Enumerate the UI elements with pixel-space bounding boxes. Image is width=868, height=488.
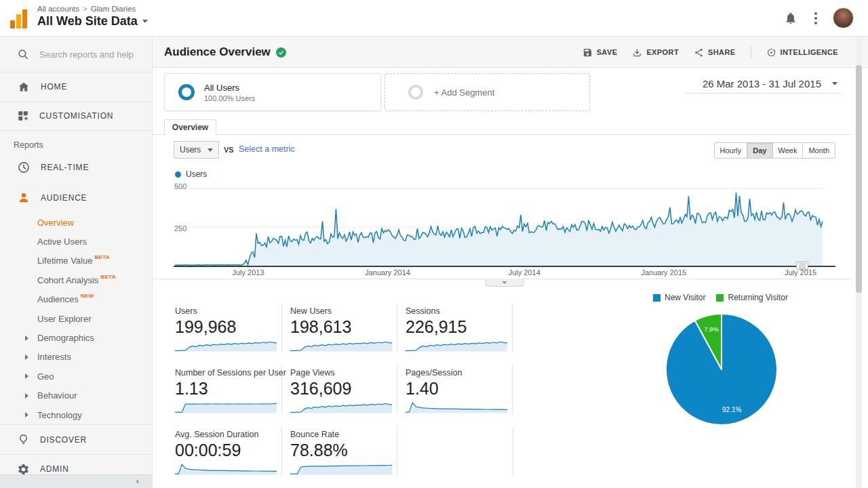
export-button[interactable]: EXPORT [632, 47, 679, 58]
scorecard-pages-session[interactable]: Pages/Session1.40 [397, 365, 513, 414]
series-dot-icon [175, 171, 181, 178]
scorecard-sparkline [175, 462, 277, 475]
scorecard-bounce-rate[interactable]: Bounce Rate78.88% [282, 426, 397, 476]
segment-name: All Users [204, 83, 255, 93]
sidebar-item-real-time[interactable]: REAL-TIME [0, 154, 152, 181]
scorecard-avg-session-duration[interactable]: Avg. Session Duration00:00:59 [175, 426, 282, 476]
expand-arrow-icon [25, 336, 28, 341]
granularity-day[interactable]: Day [747, 142, 772, 159]
users-timeseries-chart[interactable] [174, 182, 835, 267]
scorecard-page-views[interactable]: Page Views316,609 [282, 365, 397, 414]
report-toolbar: SAVE EXPORT SHARE INTELLIGENCE [583, 37, 838, 68]
granularity-hourly[interactable]: Hourly [714, 142, 748, 159]
top-bar: All accounts>Glam Diaries All Web Site D… [0, 0, 868, 37]
scorecard-label: Avg. Session Duration [175, 426, 281, 440]
intelligence-icon [766, 47, 776, 58]
sidebar-item-interests[interactable]: Interests [0, 348, 152, 367]
series-label: Users [186, 169, 207, 179]
scorecard-value: 78.88% [290, 440, 397, 460]
scorecard-value: 00:00:59 [175, 440, 281, 460]
breadcrumb-all-accounts[interactable]: All accounts [37, 5, 79, 13]
vs-label: VS [224, 146, 234, 154]
sidebar-item-cohort-analysis[interactable]: Cohort AnalysisBETA [0, 270, 152, 289]
view-selector[interactable]: All Web Site Data [37, 14, 148, 28]
sidebar-item-user-explorer[interactable]: User Explorer [0, 309, 152, 328]
y-axis-label: 500 [174, 182, 189, 190]
tab-label: Overview [172, 123, 208, 132]
sidebar-item-label: User Explorer [37, 314, 91, 324]
date-range-selector[interactable]: 26 Mar 2013 - 31 Jul 2015 [684, 75, 842, 94]
breadcrumb-property[interactable]: Glam Diaries [91, 5, 136, 13]
scorecard-label: Users [175, 303, 281, 317]
save-button[interactable]: SAVE [583, 47, 618, 58]
share-button[interactable]: SHARE [694, 47, 736, 58]
sidebar-item-discover[interactable]: DISCOVER [0, 424, 152, 454]
kebab-menu-icon[interactable] [814, 12, 817, 26]
scorecard-row-1: Users199,968New Users198,613Sessions226,… [175, 303, 513, 352]
scorecard-new-users[interactable]: New Users198,613 [282, 303, 397, 352]
sidebar-item-geo[interactable]: Geo [0, 367, 152, 386]
metric-selector-dropdown[interactable]: Users [174, 141, 219, 159]
sidebar-item-technology[interactable]: Technology [0, 405, 152, 424]
save-icon [583, 47, 593, 58]
scorecard-users[interactable]: Users199,968 [175, 303, 282, 352]
scrollbar-thumb[interactable] [856, 65, 862, 293]
sidebar-item-label: Active Users [37, 237, 87, 247]
sidebar-item-label: REAL-TIME [41, 163, 89, 172]
add-segment-label: + Add Segment [434, 87, 494, 98]
search-input[interactable] [39, 49, 141, 60]
sidebar-item-behaviour[interactable]: Behaviour [0, 386, 152, 405]
scorecard-row-2: Number of Sessions per User1.13Page View… [175, 365, 513, 414]
legend-swatch-icon [653, 294, 660, 302]
sidebar-item-label: Demographics [37, 333, 94, 343]
scorecard-value: 226,915 [406, 317, 512, 337]
chart-collapse-tab[interactable] [486, 279, 524, 287]
scorecard-label: New Users [290, 303, 397, 317]
granularity-week[interactable]: Week [772, 142, 804, 159]
expand-arrow-icon [25, 412, 28, 418]
user-avatar[interactable] [833, 7, 854, 28]
sidebar-collapse-bar[interactable]: ‹ [0, 474, 153, 488]
sidebar-item-customisation[interactable]: CUSTOMISATION [0, 102, 152, 131]
sidebar-item-audiences[interactable]: AudiencesNEW [0, 290, 152, 309]
sidebar-item-label: Lifetime Value [37, 256, 92, 266]
granularity-month[interactable]: Month [802, 142, 835, 159]
notifications-bell-icon[interactable] [784, 12, 797, 28]
scorecard-sparkline [290, 338, 392, 352]
sidebar-item-active-users[interactable]: Active Users [0, 232, 152, 251]
verified-shield-icon [276, 47, 286, 58]
analytics-logo-icon[interactable] [10, 8, 27, 28]
chevron-down-icon [142, 20, 148, 23]
x-axis-label: January 2014 [365, 268, 410, 277]
segment-all-users[interactable]: All Users 100.00% Users [164, 73, 381, 111]
legend-returning-visitor: Returning Visitor [716, 293, 788, 302]
visitor-type-pie-chart[interactable]: 92.1%7.9% [664, 312, 779, 427]
scorecard-sparkline [175, 400, 277, 413]
sidebar-item-overview[interactable]: Overview [0, 213, 152, 232]
scorecard-sparkline [290, 462, 392, 475]
intelligence-button[interactable]: INTELLIGENCE [766, 47, 838, 58]
sidebar-item-label: HOME [41, 82, 67, 92]
view-title: All Web Site Data [37, 14, 138, 28]
sidebar-item-audience[interactable]: AUDIENCE [0, 184, 152, 211]
share-label: SHARE [708, 48, 736, 56]
legend-label: Returning Visitor [728, 293, 788, 302]
logo-bar [22, 9, 27, 28]
sidebar-item-demographics[interactable]: Demographics [0, 328, 152, 347]
x-axis-label: January 2015 [641, 268, 686, 277]
expand-arrow-icon [25, 354, 28, 360]
report-header-band: Audience Overview SAVE EXPORT SHARE INTE… [153, 37, 868, 68]
select-metric-link[interactable]: Select a metric [239, 144, 295, 154]
scorecard-number-of-sessions-per-user[interactable]: Number of Sessions per User1.13 [175, 365, 282, 414]
home-icon [17, 80, 31, 94]
sidebar-item-label: AUDIENCE [41, 193, 87, 203]
export-label: EXPORT [646, 48, 679, 56]
tab-overview[interactable]: Overview [164, 119, 216, 135]
add-segment-button[interactable]: + Add Segment [384, 73, 590, 111]
timeline-slider-handle[interactable] [796, 262, 808, 270]
sidebar-item-lifetime-value[interactable]: Lifetime ValueBETA [0, 251, 152, 270]
sidebar-item-home[interactable]: HOME [0, 73, 152, 102]
scorecard-sessions[interactable]: Sessions226,915 [397, 303, 513, 352]
scorecard-value: 199,968 [175, 317, 281, 337]
page-title: Audience Overview [164, 45, 271, 59]
